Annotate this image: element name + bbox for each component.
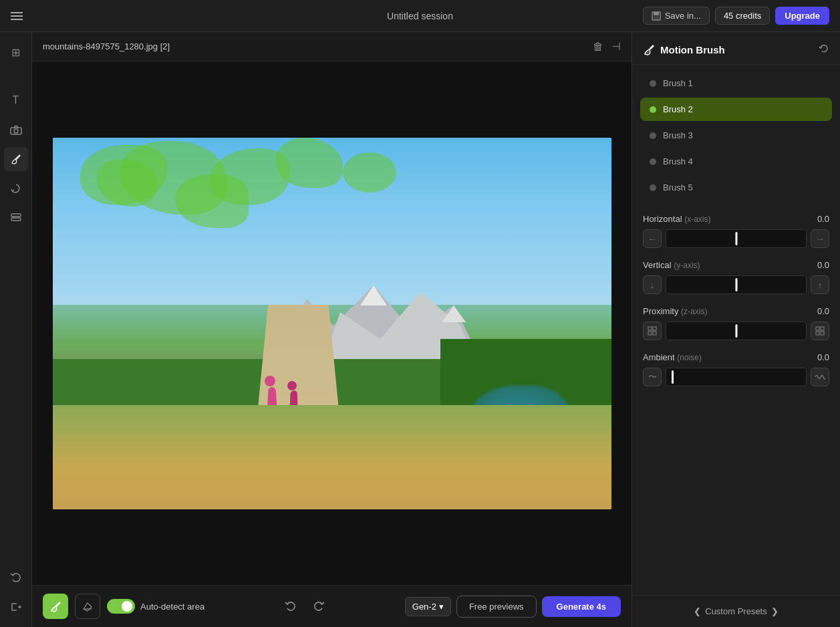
bottom-middle-section bbox=[279, 595, 330, 618]
vertical-slider-header: Vertical (y-axis) 0.0 bbox=[643, 260, 829, 270]
upgrade-button[interactable]: Upgrade bbox=[775, 7, 829, 25]
motion-brush-icon bbox=[643, 43, 655, 55]
brush-icon bbox=[10, 153, 22, 165]
panel-reset-button[interactable] bbox=[819, 43, 829, 56]
image-container bbox=[53, 138, 611, 509]
horizontal-slider-row: ← → bbox=[643, 229, 829, 248]
hamburger-menu[interactable] bbox=[11, 12, 23, 20]
delete-icon[interactable]: 🗑 bbox=[593, 41, 603, 53]
ambient-right-icon[interactable] bbox=[811, 368, 829, 386]
undo-button[interactable] bbox=[279, 595, 302, 618]
horizontal-right-icon[interactable]: → bbox=[811, 229, 829, 248]
brush-item-1[interactable]: Brush 1 bbox=[640, 72, 832, 95]
auto-detect-toggle-container: Auto-detect area bbox=[107, 599, 204, 614]
sidebar-icon-export[interactable] bbox=[4, 595, 28, 619]
vertical-track[interactable] bbox=[666, 275, 807, 294]
sidebar-icon-layers[interactable] bbox=[4, 206, 28, 230]
brush-1-dot bbox=[650, 80, 656, 87]
right-panel: Motion Brush Brush 1 Brush 2 Brush 3 bbox=[632, 32, 840, 627]
export-icon bbox=[10, 601, 22, 613]
main-image bbox=[53, 138, 611, 509]
ambient-slider-header: Ambient (noise) 0.0 bbox=[643, 352, 829, 362]
proximity-right-icon[interactable] bbox=[811, 322, 829, 340]
split-view-icon[interactable]: ⊣ bbox=[611, 40, 621, 53]
horizontal-label: Horizontal (x-axis) bbox=[643, 214, 710, 224]
save-icon bbox=[652, 11, 661, 21]
proximity-label: Proximity (z-axis) bbox=[643, 306, 707, 316]
sidebar-icon-camera[interactable] bbox=[4, 118, 28, 142]
reset-icon bbox=[819, 43, 829, 53]
brush-5-dot bbox=[650, 184, 656, 191]
svg-rect-20 bbox=[816, 332, 819, 335]
gen-model-label: Gen-2 bbox=[412, 602, 436, 612]
proximity-value: 0.0 bbox=[817, 306, 829, 316]
proximity-zoom-out-icon bbox=[648, 326, 657, 336]
proximity-left-icon[interactable] bbox=[643, 322, 662, 340]
svg-rect-5 bbox=[11, 214, 21, 217]
save-button[interactable]: Save in... bbox=[643, 7, 710, 25]
horizontal-slider-header: Horizontal (x-axis) 0.0 bbox=[643, 214, 829, 224]
svg-rect-21 bbox=[821, 332, 824, 335]
figure-right-head bbox=[287, 381, 297, 390]
canvas-viewport[interactable] bbox=[32, 61, 632, 585]
credits-badge: 45 credits bbox=[715, 7, 770, 25]
sidebar-icon-brush[interactable] bbox=[4, 147, 28, 171]
horizontal-thumb bbox=[735, 232, 737, 245]
horizontal-slider-group: Horizontal (x-axis) 0.0 ← → bbox=[643, 214, 829, 248]
sidebar-icon-text[interactable]: T bbox=[4, 88, 28, 112]
ambient-axis: (noise) bbox=[677, 353, 702, 362]
ambient-left-icon[interactable]: 〜 bbox=[643, 368, 662, 386]
sidebar-icon-undo[interactable] bbox=[4, 566, 28, 590]
vertical-left-icon[interactable]: ↓ bbox=[643, 275, 662, 294]
horizontal-track[interactable] bbox=[666, 229, 807, 248]
svg-rect-19 bbox=[821, 327, 824, 330]
ambient-label: Ambient (noise) bbox=[643, 352, 702, 362]
camera-icon bbox=[10, 125, 22, 135]
svg-rect-2 bbox=[654, 16, 659, 19]
brush-item-4[interactable]: Brush 4 bbox=[640, 150, 832, 173]
ambient-slider-group: Ambient (noise) 0.0 〜 bbox=[643, 352, 829, 386]
proximity-slider-header: Proximity (z-axis) 0.0 bbox=[643, 306, 829, 316]
vertical-slider-row: ↓ ↑ bbox=[643, 275, 829, 294]
ambient-thumb bbox=[672, 370, 674, 384]
svg-point-4 bbox=[14, 129, 18, 133]
brush-item-2[interactable]: Brush 2 bbox=[640, 98, 832, 121]
horizontal-left-icon[interactable]: ← bbox=[643, 229, 662, 248]
bottom-right-section: Gen-2 ▾ Free previews Generate 4s bbox=[405, 596, 621, 618]
vertical-thumb bbox=[735, 278, 737, 291]
vertical-slider-group: Vertical (y-axis) 0.0 ↓ ↑ bbox=[643, 260, 829, 294]
brush-tool-button[interactable] bbox=[43, 594, 68, 619]
vertical-right-icon[interactable]: ↑ bbox=[811, 275, 829, 294]
proximity-axis: (z-axis) bbox=[681, 307, 707, 316]
proximity-thumb bbox=[735, 324, 737, 338]
vertical-label: Vertical (y-axis) bbox=[643, 260, 700, 270]
ambient-value: 0.0 bbox=[817, 352, 829, 362]
topbar-right: Save in... 45 credits Upgrade bbox=[643, 7, 829, 25]
brush-2-dot bbox=[650, 106, 656, 113]
auto-detect-toggle[interactable] bbox=[107, 599, 135, 614]
free-previews-button[interactable]: Free previews bbox=[456, 596, 537, 618]
brush-4-dot bbox=[650, 158, 656, 165]
gen-select-chevron: ▾ bbox=[439, 602, 444, 612]
gen-model-select[interactable]: Gen-2 ▾ bbox=[405, 597, 451, 616]
custom-presets-label: Custom Presets bbox=[705, 606, 766, 616]
brush-1-label: Brush 1 bbox=[663, 78, 693, 88]
brush-item-5[interactable]: Brush 5 bbox=[640, 176, 832, 199]
horizontal-axis: (x-axis) bbox=[684, 215, 710, 224]
proximity-track[interactable] bbox=[666, 322, 807, 340]
brush-3-dot bbox=[650, 132, 656, 139]
eraser-icon bbox=[82, 601, 93, 612]
brush-tool-icon bbox=[49, 600, 61, 612]
ambient-track[interactable] bbox=[666, 368, 807, 386]
right-panel-header: Motion Brush bbox=[632, 32, 840, 65]
brush-item-3[interactable]: Brush 3 bbox=[640, 124, 832, 147]
sidebar-icon-grid[interactable]: ⊞ bbox=[4, 40, 28, 64]
canvas-area: mountains-8497575_1280.jpg [2] 🗑 ⊣ bbox=[32, 32, 632, 627]
brush-list: Brush 1 Brush 2 Brush 3 Brush 4 Brush 5 bbox=[632, 65, 840, 206]
generate-button[interactable]: Generate 4s bbox=[542, 596, 621, 617]
sidebar-icon-rotate[interactable] bbox=[4, 176, 28, 201]
redo-button[interactable] bbox=[307, 595, 330, 618]
eraser-button[interactable] bbox=[75, 594, 100, 619]
topbar-left bbox=[11, 12, 23, 20]
custom-presets-button[interactable]: ❮ Custom Presets ❯ bbox=[694, 606, 778, 616]
